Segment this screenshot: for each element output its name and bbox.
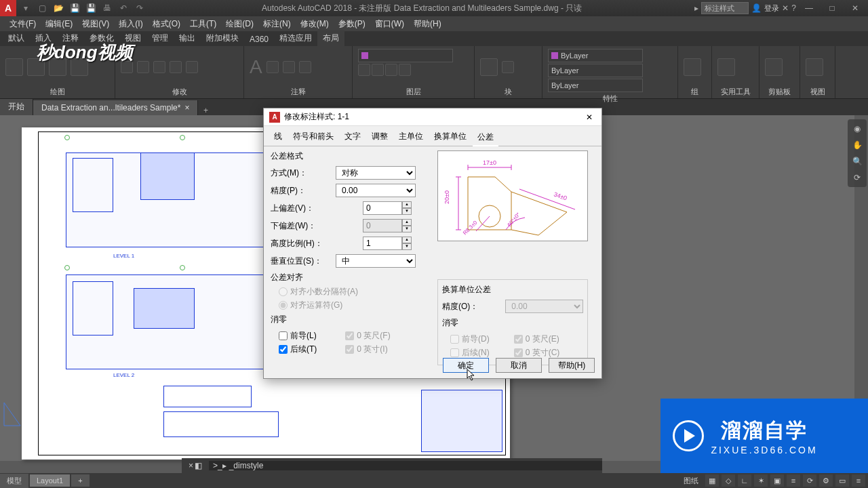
edit-block-icon[interactable] [502, 61, 514, 73]
hratio-input[interactable] [363, 237, 402, 250]
layer-prop-icon[interactable] [358, 64, 370, 76]
osnap-icon[interactable]: ▣ [770, 474, 784, 487]
user-icon[interactable]: 👤 [751, 3, 762, 13]
upper-input[interactable] [363, 201, 402, 215]
qat-menu-icon[interactable]: ▾ [19, 2, 33, 14]
spin-down-icon[interactable]: ▼ [402, 208, 412, 215]
minimize-button[interactable]: — [799, 0, 819, 16]
ribtab-default[interactable]: 默认 [3, 30, 30, 46]
tab-tolerance[interactable]: 公差 [473, 129, 498, 146]
ribtab-param[interactable]: 参数化 [84, 30, 119, 46]
measure-icon[interactable] [717, 58, 735, 76]
ribtab-annotate[interactable]: 注释 [57, 30, 84, 46]
cancel-button[interactable]: 取消 [496, 358, 542, 373]
cmd-handle-icon[interactable]: ◧ [195, 461, 202, 470]
help-button[interactable]: 帮助(H) [549, 358, 595, 373]
method-select[interactable]: 对称 [336, 166, 416, 180]
ribtab-view[interactable]: 视图 [119, 30, 146, 46]
lead-check[interactable] [279, 331, 288, 340]
annoscale-icon[interactable]: ⟳ [803, 474, 816, 487]
btab-model[interactable]: 模型 [0, 474, 28, 488]
precision-select[interactable]: 0.00 [336, 184, 416, 197]
ortho-icon[interactable]: ∟ [738, 474, 751, 487]
tab-fit[interactable]: 调整 [367, 129, 393, 146]
snap-icon[interactable]: ◇ [722, 474, 735, 487]
menu-draw[interactable]: 绘图(D) [222, 17, 258, 31]
tab-line[interactable]: 线 [269, 129, 287, 146]
app-logo[interactable]: A [0, 0, 16, 16]
copy-icon[interactable] [137, 61, 149, 73]
close-tab-icon[interactable]: × [184, 103, 189, 113]
menu-window[interactable]: 窗口(W) [371, 17, 408, 31]
menu-file[interactable]: 文件(F) [5, 17, 40, 31]
lwt-icon[interactable]: ≡ [787, 474, 800, 487]
base-icon[interactable] [806, 58, 823, 76]
move-icon[interactable] [121, 61, 133, 73]
ribtab-insert[interactable]: 插入 [30, 30, 57, 46]
open-icon[interactable]: 📂 [52, 2, 65, 14]
status-paper[interactable]: 图纸 [679, 474, 703, 487]
saveas-icon[interactable]: 💾 [84, 2, 98, 14]
cmd-close-icon[interactable]: × [189, 461, 193, 470]
pan-icon[interactable]: ✋ [850, 138, 864, 152]
layer-lock-icon[interactable] [399, 64, 411, 76]
ribtab-manage[interactable]: 管理 [146, 30, 174, 46]
polyline-icon[interactable] [27, 58, 45, 76]
menu-param[interactable]: 参数(P) [334, 17, 370, 31]
zoom-icon[interactable]: 🔍 [850, 155, 864, 168]
orbit-icon[interactable]: ⟳ [850, 171, 864, 184]
menu-dim[interactable]: 标注(N) [259, 17, 295, 31]
maximize-button[interactable]: □ [822, 0, 842, 16]
leader-icon[interactable] [283, 61, 295, 73]
tab-symbols[interactable]: 符号和箭头 [288, 129, 338, 146]
circle-icon[interactable] [49, 58, 66, 76]
ws-icon[interactable]: ⚙ [819, 474, 833, 487]
help-icon[interactable]: ? [791, 3, 796, 13]
color-combo[interactable]: ByLayer [548, 49, 643, 62]
ribtab-a360[interactable]: A360 [244, 33, 274, 46]
menu-view[interactable]: 视图(V) [78, 17, 113, 31]
trail-check[interactable] [279, 345, 288, 354]
ribtab-output[interactable]: 输出 [174, 30, 201, 46]
btab-add[interactable]: + [71, 474, 89, 487]
ribtab-layout[interactable]: 布局 [317, 30, 344, 46]
doctab-start[interactable]: 开始 [0, 98, 33, 115]
trim-icon[interactable] [170, 61, 182, 73]
arrow-icon[interactable]: ▸ [694, 3, 698, 13]
vpos-select[interactable]: 中 [336, 254, 416, 268]
command-line[interactable]: ×◧ >_▸_dimstyle [182, 458, 602, 473]
menu-tools[interactable]: 工具(T) [186, 17, 220, 31]
ribtab-featured[interactable]: 精选应用 [274, 30, 317, 46]
doctab-file[interactable]: Data Extraction an...ltileaders Sample*× [33, 100, 198, 115]
plot-icon[interactable]: 🖶 [100, 2, 114, 14]
paste-icon[interactable] [765, 58, 783, 76]
exchange-icon[interactable]: ✕ [782, 3, 789, 13]
login-link[interactable]: 登录 [764, 3, 779, 14]
layer-combo[interactable] [358, 49, 453, 62]
group-icon[interactable] [684, 58, 701, 76]
insert-block-icon[interactable] [480, 58, 498, 76]
rotate-icon[interactable] [153, 61, 165, 73]
menu-edit[interactable]: 编辑(E) [41, 17, 77, 31]
btab-layout1[interactable]: Layout1 [30, 474, 70, 487]
ribtab-addin[interactable]: 附加模块 [201, 30, 244, 46]
clean-icon[interactable]: ▭ [835, 474, 849, 487]
dialog-close-button[interactable]: ✕ [583, 113, 596, 122]
redo-icon[interactable]: ↷ [133, 2, 146, 14]
lweight-combo[interactable]: ByLayer [548, 64, 643, 77]
ltype-combo[interactable]: ByLayer [548, 79, 643, 92]
tab-text[interactable]: 文字 [340, 129, 366, 146]
grid-icon[interactable]: ▦ [705, 474, 719, 487]
table-icon[interactable] [299, 61, 311, 73]
save-icon[interactable]: 💾 [68, 2, 81, 14]
add-tab-button[interactable]: + [198, 106, 213, 115]
search-input[interactable] [701, 2, 749, 14]
nav-wheel-icon[interactable]: ◉ [850, 122, 864, 136]
line-icon[interactable] [5, 58, 23, 76]
menu-help[interactable]: 帮助(H) [410, 17, 446, 31]
menu-insert[interactable]: 插入(I) [115, 17, 146, 31]
layer-off-icon[interactable] [372, 64, 384, 76]
menu-modify[interactable]: 修改(M) [296, 17, 333, 31]
tab-primary[interactable]: 主单位 [394, 129, 428, 146]
polar-icon[interactable]: ✶ [754, 474, 768, 487]
